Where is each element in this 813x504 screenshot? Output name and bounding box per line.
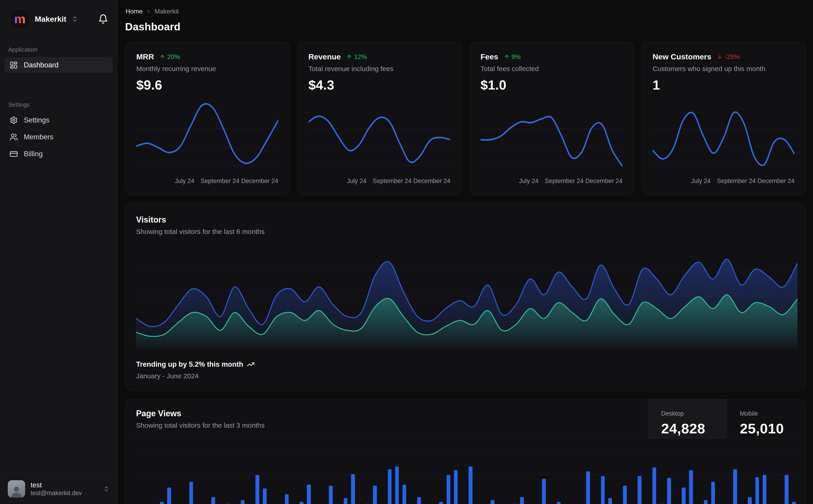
trend-value: 9% [511, 53, 521, 61]
bar [401, 439, 408, 504]
bar [695, 439, 702, 504]
credit-card-icon [10, 150, 18, 158]
sidebar-item-settings[interactable]: Settings [5, 112, 113, 128]
team-name: Makerkit [35, 15, 66, 24]
bar [136, 439, 143, 504]
bar [423, 439, 430, 504]
bar [658, 439, 665, 504]
page-views-bar-chart [136, 439, 797, 504]
x-axis-labels: July 24 September 24 December 24 [480, 178, 623, 187]
chevron-right-icon [146, 9, 151, 14]
bar [673, 439, 680, 504]
stat-value: $1.0 [480, 77, 623, 93]
chevrons-up-down-icon [103, 486, 109, 492]
sidebar-nav: Application Dashboard Settings Settings … [0, 35, 117, 474]
bar [327, 439, 335, 504]
bar [680, 439, 687, 504]
bar [430, 439, 437, 504]
bar [224, 439, 232, 504]
sidebar-item-label: Dashboard [24, 61, 58, 69]
main-content: Home Makerkit Dashboard MRR 20% Monthly … [117, 0, 813, 504]
bar [298, 439, 305, 504]
sidebar-item-billing[interactable]: Billing [5, 146, 113, 162]
stat-card-mrr: MRR 20% Monthly recurring revenue $9.6 J… [125, 42, 290, 195]
bar [688, 439, 695, 504]
bar [180, 439, 187, 504]
logo-letter: m [14, 13, 26, 25]
sidebar-item-label: Billing [24, 150, 43, 158]
page-title: Dashboard [125, 21, 806, 33]
bar [357, 439, 364, 504]
bell-icon[interactable] [98, 14, 108, 24]
toggle-mobile[interactable]: Mobile 25,010 [727, 399, 805, 438]
page-views-subtitle: Showing total visitors for the last 3 mo… [136, 422, 637, 429]
bar [232, 439, 239, 504]
breadcrumb-home-link[interactable]: Home [125, 8, 143, 15]
toggle-desktop[interactable]: Desktop 24,828 [648, 399, 727, 438]
sidebar-item-label: Members [24, 133, 53, 141]
stat-card-new-customers: New Customers -25% Customers who signed … [642, 42, 806, 195]
trend-badge: 20% [159, 53, 180, 61]
nav-section-settings: Settings [5, 96, 113, 112]
stat-description: Total revenue including fees [309, 65, 450, 73]
bar [606, 439, 614, 504]
sidebar-item-members[interactable]: Members [5, 129, 113, 145]
trend-badge: 12% [346, 53, 367, 61]
x-axis-labels: July 24 September 24 December 24 [136, 178, 278, 187]
visitors-range-text: January - June 2024 [136, 372, 795, 380]
user-menu[interactable]: test test@makerkit.dev [5, 478, 112, 499]
bar [349, 439, 357, 504]
bar [702, 439, 709, 504]
axis-tick: September 24 [200, 178, 240, 185]
axis-tick: December 24 [757, 178, 794, 185]
bar [746, 439, 754, 504]
gear-icon [10, 116, 18, 124]
bar [783, 439, 790, 504]
bar [210, 439, 217, 504]
bar [371, 439, 379, 504]
axis-tick: December 24 [241, 178, 278, 185]
users-icon [10, 133, 18, 141]
arrow-down-icon [717, 54, 723, 60]
sidebar-item-label: Settings [24, 116, 49, 124]
bar [269, 439, 276, 504]
bar [364, 439, 371, 504]
bar [709, 439, 717, 504]
page-views-title: Page Views [136, 409, 637, 418]
toggle-label: Desktop [661, 410, 727, 417]
stat-value: $4.3 [309, 77, 450, 93]
axis-tick: December 24 [585, 178, 623, 185]
bar [562, 439, 570, 504]
bar [393, 439, 401, 504]
axis-tick: September 24 [545, 178, 583, 185]
bar [489, 439, 496, 504]
stats-grid: MRR 20% Monthly recurring revenue $9.6 J… [125, 42, 806, 195]
bar [577, 439, 584, 504]
bar [165, 439, 173, 504]
bar [592, 439, 599, 504]
bar [482, 439, 489, 504]
bar [305, 439, 312, 504]
stat-value: 1 [653, 77, 795, 93]
bar [643, 439, 651, 504]
bar [246, 439, 254, 504]
bar [621, 439, 629, 504]
bar [173, 439, 180, 504]
sidebar: m Makerkit Application Dashboard Setting… [0, 0, 117, 504]
bar [187, 439, 195, 504]
bar [614, 439, 621, 504]
bar [386, 439, 393, 504]
arrow-up-icon [159, 54, 165, 60]
x-axis-labels: July 24 September 24 December 24 [653, 178, 795, 187]
bar [335, 439, 342, 504]
arrow-up-icon [346, 54, 352, 60]
sidebar-item-dashboard[interactable]: Dashboard [5, 57, 113, 73]
visitors-trend-text: Trending up by 5.2% this month [136, 360, 243, 369]
team-switcher[interactable]: m Makerkit [0, 0, 117, 35]
bar [158, 439, 165, 504]
axis-tick: July 24 [691, 178, 711, 185]
bar [459, 439, 467, 504]
bar [768, 439, 776, 504]
bar [518, 439, 525, 504]
bar [636, 439, 643, 504]
